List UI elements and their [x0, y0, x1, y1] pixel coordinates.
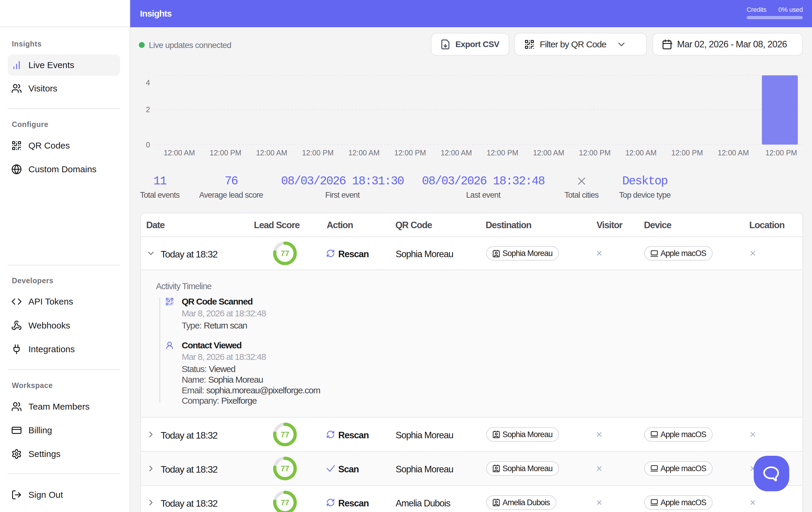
- svg-text:12:00 PM: 12:00 PM: [302, 148, 334, 157]
- svg-text:12:00 PM: 12:00 PM: [579, 148, 610, 157]
- svg-text:12:00 PM: 12:00 PM: [487, 148, 518, 157]
- svg-text:77: 77: [281, 430, 289, 439]
- svg-text:0: 0: [146, 141, 150, 149]
- svg-text:12:00 PM: 12:00 PM: [765, 148, 797, 157]
- svg-text:2: 2: [146, 105, 150, 114]
- svg-text:12:00 AM: 12:00 AM: [718, 148, 749, 157]
- svg-text:4: 4: [146, 79, 150, 87]
- svg-text:12:00 AM: 12:00 AM: [256, 148, 287, 157]
- svg-text:12:00 AM: 12:00 AM: [625, 148, 657, 157]
- svg-text:77: 77: [281, 498, 289, 507]
- svg-text:12:00 PM: 12:00 PM: [209, 148, 241, 157]
- svg-text:77: 77: [281, 464, 289, 473]
- svg-text:12:00 PM: 12:00 PM: [394, 148, 426, 157]
- svg-text:12:00 AM: 12:00 AM: [348, 148, 380, 157]
- svg-text:12:00 AM: 12:00 AM: [533, 148, 564, 157]
- svg-text:12:00 PM: 12:00 PM: [671, 148, 703, 157]
- svg-text:12:00 AM: 12:00 AM: [164, 148, 195, 157]
- svg-text:77: 77: [281, 249, 289, 258]
- svg-text:12:00 AM: 12:00 AM: [441, 148, 472, 157]
